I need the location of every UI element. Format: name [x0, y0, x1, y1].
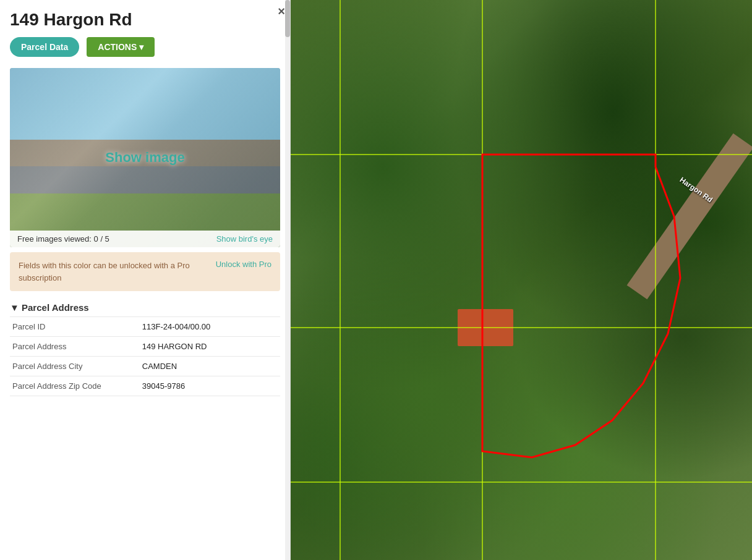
- birds-eye-button[interactable]: Show bird's eye: [216, 234, 273, 244]
- close-button[interactable]: ×: [278, 5, 285, 17]
- row-label: Parcel Address City: [10, 357, 140, 376]
- image-section: Show image Free images viewed: 0 / 5 Sho…: [10, 68, 280, 247]
- parcel-data-button[interactable]: Parcel Data: [10, 37, 79, 57]
- map-area[interactable]: Hargon Rd: [291, 0, 752, 560]
- table-row: Parcel Address149 HARGON RD: [10, 337, 280, 357]
- scrollbar-track[interactable]: [285, 0, 290, 560]
- table-row: Parcel Address CityCAMDEN: [10, 357, 280, 376]
- row-label: Parcel Address: [10, 337, 140, 357]
- parcel-address-table: Parcel ID113F-24-004/00.00Parcel Address…: [10, 316, 280, 396]
- image-footer: Free images viewed: 0 / 5 Show bird's ey…: [10, 231, 280, 247]
- scrollbar-thumb[interactable]: [285, 0, 290, 37]
- table-row: Parcel ID113F-24-004/00.00: [10, 317, 280, 337]
- pro-notice: Fields with this color can be unlocked w…: [10, 252, 280, 291]
- row-value: 149 HARGON RD: [140, 337, 280, 357]
- parcel-address-section-header[interactable]: ▼ Parcel Address: [10, 296, 280, 316]
- unlock-pro-button[interactable]: Unlock with Pro: [216, 260, 271, 269]
- road: [627, 134, 752, 300]
- actions-button[interactable]: ACTIONS ▾: [87, 37, 155, 57]
- toolbar: Parcel Data ACTIONS ▾: [10, 37, 280, 57]
- row-value: CAMDEN: [140, 357, 280, 376]
- building: [458, 309, 513, 346]
- pro-notice-text: Fields with this color can be unlocked w…: [19, 260, 210, 284]
- svg-marker-6: [482, 155, 680, 457]
- row-value: 113F-24-004/00.00: [140, 317, 280, 337]
- parcel-outline: [291, 0, 752, 560]
- row-label: Parcel ID: [10, 317, 140, 337]
- free-images-label: Free images viewed: 0 / 5: [17, 234, 109, 244]
- table-row: Parcel Address Zip Code39045-9786: [10, 376, 280, 396]
- section-header-label: ▼ Parcel Address: [10, 302, 89, 313]
- panel-header: 149 Hargon Rd Parcel Data ACTIONS ▾: [0, 0, 290, 68]
- show-image-button[interactable]: Show image: [105, 150, 184, 166]
- map-background: Hargon Rd: [291, 0, 752, 560]
- property-title: 149 Hargon Rd: [10, 10, 280, 30]
- row-value: 39045-9786: [140, 376, 280, 396]
- grid-lines: [291, 0, 752, 560]
- data-content: ▼ Parcel Address Parcel ID113F-24-004/00…: [0, 296, 290, 560]
- row-label: Parcel Address Zip Code: [10, 376, 140, 396]
- left-panel: × 149 Hargon Rd Parcel Data ACTIONS ▾ Sh…: [0, 0, 291, 560]
